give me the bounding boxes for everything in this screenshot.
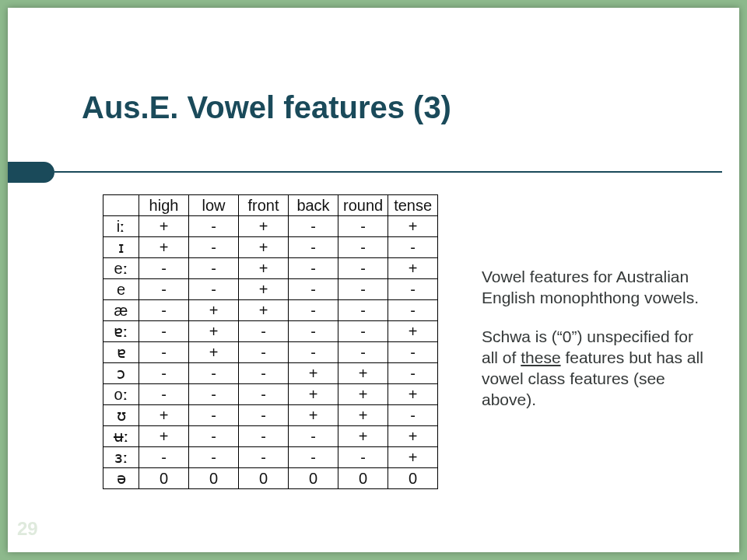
side-paragraph: Vowel features for Australian English mo… [482,266,704,309]
feature-cell: + [289,405,338,426]
feature-cell: 0 [189,468,239,489]
vowel-symbol: ʉː [103,426,139,447]
feature-cell: - [189,258,239,279]
feature-cell: - [189,216,239,237]
feature-cell: + [388,216,438,237]
feature-cell: + [338,363,388,384]
col-header: tense [388,195,438,216]
feature-cell: + [239,237,289,258]
feature-table: high low front back round tense iː+-+--+… [103,194,438,489]
table-row: ə000000 [103,468,438,489]
feature-cell: - [289,321,338,342]
feature-cell: - [189,405,239,426]
table-row: e--+--- [103,279,438,300]
page-number: 29 [17,518,38,540]
feature-cell: - [239,426,289,447]
title-rule [54,171,722,173]
feature-cell: + [338,405,388,426]
table-row: ɐː-+---+ [103,321,438,342]
feature-cell: + [338,384,388,405]
feature-cell: 0 [289,468,338,489]
feature-cell: + [139,216,189,237]
title-bullet [8,162,54,183]
feature-cell: + [139,426,189,447]
feature-cell: + [189,342,239,363]
feature-cell: - [139,363,189,384]
feature-cell: + [239,258,289,279]
feature-cell: - [189,363,239,384]
vowel-symbol: ʊ [103,405,139,426]
feature-cell: - [289,216,338,237]
feature-cell: + [289,363,338,384]
feature-cell: + [388,258,438,279]
feature-cell: + [239,216,289,237]
feature-cell: - [139,384,189,405]
table-header-row: high low front back round tense [103,195,438,216]
vowel-symbol: oː [103,384,139,405]
table-row: oː---+++ [103,384,438,405]
feature-cell: - [338,258,388,279]
table-row: ɔ---++- [103,363,438,384]
table-row: ʉː+---++ [103,426,438,447]
col-header: high [139,195,189,216]
feature-cell: + [388,447,438,468]
vowel-symbol: ɐ [103,342,139,363]
feature-cell: 0 [239,468,289,489]
table-row: eː--+--+ [103,258,438,279]
feature-cell: - [189,279,239,300]
col-header: front [239,195,289,216]
table-row: æ-++--- [103,300,438,321]
table-row: ɜː-----+ [103,447,438,468]
feature-cell: + [388,426,438,447]
table-row: ɪ+-+--- [103,237,438,258]
feature-cell: - [139,279,189,300]
feature-cell: - [338,216,388,237]
feature-cell: - [388,342,438,363]
feature-cell: - [239,384,289,405]
slide-title: Aus.E. Vowel features (3) [82,90,451,125]
feature-table-container: high low front back round tense iː+-+--+… [103,194,438,489]
feature-cell: 0 [388,468,438,489]
feature-cell: - [289,426,338,447]
table-row: iː+-+--+ [103,216,438,237]
table-body: iː+-+--+ɪ+-+---eː--+--+e--+---æ-++---ɐː-… [103,216,438,489]
feature-cell: - [388,279,438,300]
feature-cell: - [139,258,189,279]
col-header: back [289,195,338,216]
vowel-symbol: e [103,279,139,300]
feature-cell: + [139,405,189,426]
vowel-symbol: ə [103,468,139,489]
header-blank [103,195,139,216]
feature-cell: - [239,321,289,342]
feature-cell: - [388,405,438,426]
feature-cell: - [338,300,388,321]
feature-cell: - [239,405,289,426]
feature-cell: + [388,384,438,405]
feature-cell: + [239,300,289,321]
feature-cell: - [289,237,338,258]
feature-cell: - [189,237,239,258]
feature-cell: - [189,426,239,447]
feature-cell: + [289,384,338,405]
slide: Aus.E. Vowel features (3) high low front… [8,8,739,552]
feature-cell: - [189,447,239,468]
vowel-symbol: iː [103,216,139,237]
table-row: ʊ+--++- [103,405,438,426]
vowel-symbol: ɜː [103,447,139,468]
feature-cell: - [139,447,189,468]
feature-cell: - [289,342,338,363]
feature-cell: - [289,279,338,300]
feature-cell: - [338,447,388,468]
feature-cell: + [388,321,438,342]
side-paragraph: Schwa is (“0”) unspecified for all of th… [482,326,704,411]
vowel-symbol: ɐː [103,321,139,342]
feature-cell: + [139,237,189,258]
table-row: ɐ-+---- [103,342,438,363]
feature-cell: - [139,342,189,363]
feature-cell: + [189,300,239,321]
col-header: low [189,195,239,216]
vowel-symbol: ɪ [103,237,139,258]
feature-cell: 0 [139,468,189,489]
feature-cell: - [388,237,438,258]
feature-cell: - [189,384,239,405]
